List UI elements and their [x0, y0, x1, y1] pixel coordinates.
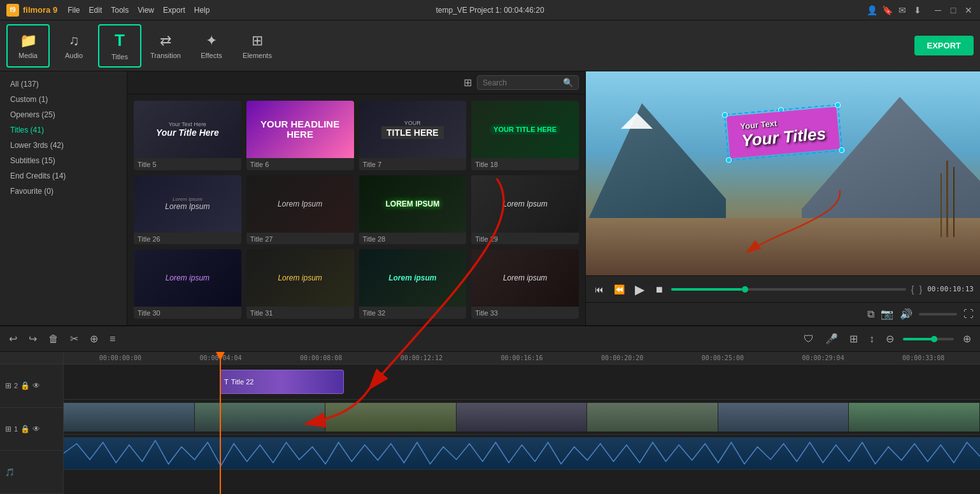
volume-slider[interactable]	[919, 313, 957, 316]
pip-button[interactable]: ⧉	[867, 309, 874, 320]
search-input[interactable]	[483, 78, 559, 87]
video-segment-4[interactable]	[457, 403, 588, 432]
stop-button[interactable]: ⏹	[652, 282, 666, 297]
step-back-button[interactable]: ⏪	[611, 282, 627, 297]
video-segment-7[interactable]	[849, 403, 980, 432]
fullscreen-button[interactable]: ⛶	[963, 309, 974, 320]
maximize-btn[interactable]: □	[948, 5, 958, 15]
sidebar-item-custom[interactable]: Custom (1)	[0, 92, 127, 107]
track1-eye-icon[interactable]: 👁	[32, 425, 40, 433]
add-marker-button[interactable]: ⊕	[87, 330, 101, 347]
skip-back-button[interactable]: ⏮	[592, 282, 606, 297]
sidebar-item-titles[interactable]: Titles (41)	[0, 122, 127, 138]
title-card-t7[interactable]: YOUR TITLE HERE Title 7	[359, 101, 467, 170]
sidebar-item-openers[interactable]: Openers (25)	[0, 107, 127, 122]
preview-panel: Your Text Your Titles ⏮ ⏪ ▶	[585, 71, 980, 325]
video-segment-5[interactable]	[587, 403, 718, 432]
track2-grid-icon[interactable]: ⊞	[5, 381, 11, 390]
track1-lock-icon[interactable]: 🔒	[20, 425, 30, 433]
menu-view[interactable]: View	[138, 6, 154, 15]
toolbar-transition[interactable]: ⇄ Transition	[144, 24, 187, 68]
title-label-t18: Title 18	[471, 158, 579, 170]
title-card-t29[interactable]: Lorem Ipsum Title 29	[471, 175, 579, 245]
sidebar-item-lower3rds[interactable]: Lower 3rds (42)	[0, 138, 127, 153]
menu-help[interactable]: Help	[194, 6, 210, 15]
title-card-t30[interactable]: Lorem ipsum Title 30	[134, 249, 241, 319]
toolbar-elements[interactable]: ⊞ Elements	[236, 24, 279, 68]
snapshot-button[interactable]: 📷	[881, 308, 893, 320]
track2-eye-icon[interactable]: 👁	[32, 381, 40, 390]
toolbar-media[interactable]: 📁 Media	[6, 24, 50, 68]
menu-edit[interactable]: Edit	[89, 6, 103, 15]
menu-bar: File Edit Tools View Export Help	[67, 6, 209, 15]
volume-button[interactable]: 🔊	[900, 308, 913, 320]
timeline-tracks: 00:00:00:00 00:00:04:04 00:00:08:08 00:0…	[64, 352, 980, 494]
title-thumb-t33: Lorem ipsum	[471, 249, 579, 307]
sidebar-item-all[interactable]: All (137)	[0, 76, 127, 92]
zoom-in-button[interactable]: ⊕	[960, 330, 974, 347]
title-card-t5[interactable]: Your Text Here Your Title Here Title 5	[134, 101, 241, 170]
delete-button[interactable]: 🗑	[46, 331, 61, 347]
toolbar-effects[interactable]: ✦ Effects	[190, 24, 233, 68]
ruler-mark-0: 00:00:00:00	[70, 354, 171, 361]
toolbar-audio[interactable]: ♫ Audio	[52, 24, 96, 68]
elements-icon: ⊞	[252, 33, 263, 49]
redo-button[interactable]: ↪	[26, 330, 39, 347]
title-card-t32[interactable]: Lorem ipsum Title 32	[359, 249, 467, 319]
title-thumb-t28: LOREM IPSUM	[359, 175, 467, 233]
track-shield-button[interactable]: 🛡	[801, 331, 816, 347]
menu-tools[interactable]: Tools	[111, 6, 129, 15]
title-card-t31[interactable]: Lorem ipsum Title 31	[246, 249, 354, 319]
video-segment-6[interactable]	[718, 403, 849, 432]
close-btn[interactable]: ✕	[963, 5, 974, 15]
ruler-mark-2: 00:00:08:08	[271, 354, 371, 361]
bookmark-icon[interactable]: 🔖	[882, 5, 892, 15]
grid-view-icon[interactable]: ⊞	[464, 76, 472, 89]
menu-export[interactable]: Export	[163, 6, 185, 15]
content-panel: ⊞ 🔍 Your Text Here Your Title Here Title…	[127, 71, 585, 325]
bracket-right[interactable]: }	[919, 284, 922, 294]
mail-icon[interactable]: ✉	[897, 5, 907, 15]
video-track-content	[64, 403, 980, 432]
title-card-t6[interactable]: YOUR HEADLINE HERE Title 6	[246, 101, 354, 170]
title-thumb-t26: Lorem Ipsum Lorem Ipsum	[134, 175, 241, 233]
progress-bar[interactable]	[671, 288, 906, 291]
sidebar-item-favourite[interactable]: Favourite (0)	[0, 184, 127, 199]
track1-grid-icon[interactable]: ⊞	[5, 425, 11, 433]
title-card-t33[interactable]: Lorem ipsum Title 33	[471, 249, 579, 319]
video-segment-1[interactable]	[64, 403, 195, 432]
settings-button[interactable]: ≡	[107, 331, 118, 347]
title-card-t18[interactable]: YOUR TITLE HERE Title 18	[471, 101, 579, 170]
undo-button[interactable]: ↩	[6, 330, 20, 347]
track-label-2: ⊞ 2 🔒 👁	[0, 365, 63, 408]
minimize-btn[interactable]: ─	[933, 5, 943, 15]
track2-lock-icon[interactable]: 🔒	[20, 381, 30, 390]
play-button[interactable]: ▶	[632, 279, 647, 300]
timeline-content: ⊞ 2 🔒 👁 ⊞ 1 🔒 👁 🎵 00:00:00:00 00:00:	[0, 352, 980, 494]
export-button[interactable]: EXPORT	[914, 36, 974, 55]
title-thumb-t18: YOUR TITLE HERE	[471, 101, 579, 158]
bracket-left[interactable]: {	[911, 284, 914, 294]
video-segment-3[interactable]	[325, 403, 457, 432]
scene-detect-button[interactable]: ⊞	[847, 330, 860, 347]
download-icon[interactable]: ⬇	[913, 5, 923, 15]
user-icon[interactable]: 👤	[867, 5, 877, 15]
cut-button[interactable]: ✂	[67, 330, 81, 347]
split-button[interactable]: ↕	[867, 331, 877, 347]
menu-file[interactable]: File	[67, 6, 80, 15]
title-card-t26[interactable]: Lorem Ipsum Lorem Ipsum Title 26	[134, 175, 241, 245]
microphone-button[interactable]: 🎤	[823, 330, 841, 347]
title-label-t29: Title 29	[471, 233, 579, 245]
preview-screen: Your Text Your Titles	[586, 71, 980, 275]
toolbar-titles[interactable]: T Titles	[98, 24, 141, 68]
ruler-mark-3: 00:00:12:12	[371, 354, 472, 361]
zoom-out-button[interactable]: ⊖	[883, 330, 897, 347]
title-clip[interactable]: T Title 22	[220, 370, 344, 394]
title-card-t28[interactable]: LOREM IPSUM Title 28	[359, 175, 467, 245]
search-box: 🔍	[477, 75, 579, 90]
sidebar-item-subtitles[interactable]: Subtitles (15)	[0, 153, 127, 168]
preview-controls: ⏮ ⏪ ▶ ⏹ { } 00:00:10:13	[586, 275, 980, 302]
title-card-t27[interactable]: Lorem Ipsum Title 27	[246, 175, 354, 245]
video-segment-2[interactable]	[195, 403, 326, 432]
sidebar-item-endcredits[interactable]: End Credits (14)	[0, 168, 127, 184]
